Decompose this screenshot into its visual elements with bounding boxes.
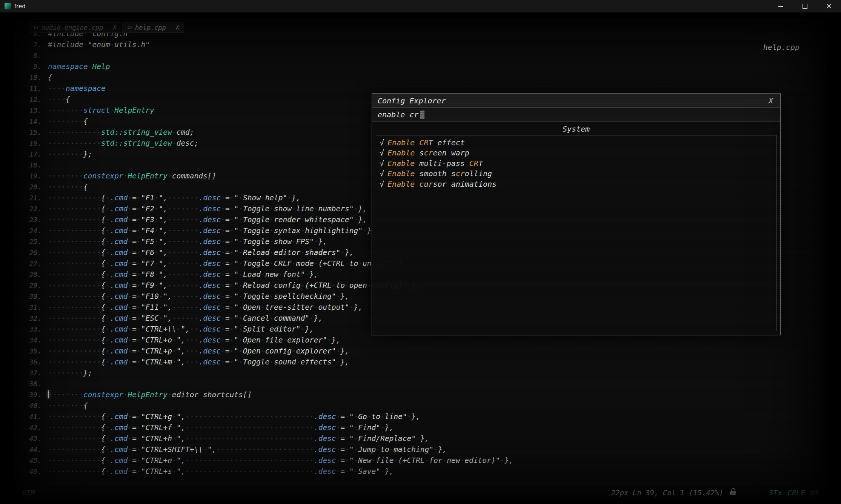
statusbar-flags: STx CRLF WS: [769, 489, 819, 497]
line-number: 9.: [14, 61, 48, 72]
line-number: 41.: [14, 411, 48, 422]
line-number: 16.: [14, 138, 48, 149]
line-number: 15.: [14, 127, 48, 138]
code-line: 38.: [14, 378, 827, 389]
config-option[interactable]: √Enable screen warp: [380, 148, 773, 158]
line-number: 30.: [14, 291, 48, 302]
config-option[interactable]: √Enable multi-pass CRT: [380, 158, 773, 169]
code-line: 11.····namespace: [14, 83, 827, 94]
line-number: 22.: [14, 203, 48, 214]
code-line: 39.········constexpr·HelpEntry·editor_sh…: [14, 389, 827, 400]
code-line: 46.············{·.cmd·=·"CTRL+s·",······…: [14, 466, 827, 477]
app-window: fred × C+audio-engine.cpp XC+help.cpp X …: [0, 0, 841, 504]
config-option[interactable]: √Enable CRT effect: [380, 137, 773, 148]
tab-label: audio-engine.cpp: [41, 24, 107, 31]
code-line: 44.············{·.cmd·=·"CTRL+SHIFT+\\·"…: [14, 444, 827, 455]
checkbox-checked-icon: √: [380, 159, 384, 168]
tab-close-button[interactable]: X: [113, 24, 116, 31]
tab-bar: C+audio-engine.cpp XC+help.cpp X: [29, 22, 184, 33]
search-input-value: enable cr: [378, 110, 418, 119]
code-line: 41.············{·.cmd·=·"CTRL+g·",······…: [14, 411, 827, 422]
code-line: 9.namespace·Help: [14, 61, 827, 72]
tab-help.cpp[interactable]: C+help.cpp X: [122, 22, 184, 33]
window-title: fred: [14, 3, 26, 10]
config-option[interactable]: √Enable cursor animations: [380, 179, 773, 189]
line-number: 13.: [14, 105, 48, 116]
statusbar: VIM 22px Ln 39, Col 1 (15.42%) STx CRLF …: [14, 487, 827, 499]
line-number: 42.: [14, 422, 48, 433]
line-number: 20.: [14, 181, 48, 192]
line-number: 36.: [14, 356, 48, 367]
line-number: 8.: [14, 50, 48, 61]
line-number: 27.: [14, 258, 48, 269]
checkbox-checked-icon: √: [380, 180, 384, 189]
window-controls: ×: [769, 0, 841, 12]
statusbar-right: 22px Ln 39, Col 1 (15.42%) STx CRLF WS: [611, 489, 819, 497]
line-number: 12.: [14, 94, 48, 105]
line-number: 39.: [14, 389, 48, 400]
search-cursor: [420, 111, 424, 119]
code-line: 36.············{·.cmd·=·"CTRL+m·",···.de…: [14, 356, 827, 367]
line-number: 31.: [14, 302, 48, 313]
line-number: 19.: [14, 171, 48, 181]
popup-titlebar[interactable]: Config Explorer X: [372, 94, 780, 108]
code-line: 10.{: [14, 72, 827, 83]
line-number: 23.: [14, 214, 48, 225]
code-line: 35.············{·.cmd·=·"CTRL+p·",···.de…: [14, 346, 827, 356]
code-line: 40.········{: [14, 400, 827, 411]
line-number: 34.: [14, 335, 48, 346]
line-number: 17.: [14, 149, 48, 160]
lock-icon: [730, 491, 736, 495]
code-line: 43.············{·.cmd·=·"CTRL+h·",······…: [14, 433, 827, 444]
app-icon: [5, 3, 11, 9]
config-option[interactable]: √Enable smooth scrolling: [380, 169, 773, 179]
line-number: 44.: [14, 444, 48, 455]
tab-label: help.cpp: [135, 24, 170, 31]
checkbox-checked-icon: √: [380, 169, 384, 178]
maximize-icon: [803, 4, 807, 9]
line-number: 33.: [14, 324, 48, 335]
cursor-position: 22px Ln 39, Col 1 (15.42%): [611, 489, 723, 497]
crt-editor-screen: C+audio-engine.cpp XC+help.cpp X help.cp…: [14, 18, 827, 499]
checkbox-checked-icon: √: [380, 148, 384, 157]
filename-overlay: help.cpp: [763, 43, 799, 52]
tab-close-button[interactable]: X: [176, 24, 179, 31]
line-number: 32.: [14, 313, 48, 324]
line-number: 37.: [14, 367, 48, 378]
cpp-file-icon: C+: [34, 25, 38, 30]
code-line: 42.············{·.cmd·=·"CTRL+f·",······…: [14, 422, 827, 433]
minimize-icon: [778, 6, 783, 7]
crlf-flag: CRLF: [787, 489, 805, 497]
line-number: 26.: [14, 247, 48, 258]
syntax-flag: STx: [769, 489, 782, 497]
titlebar: fred ×: [0, 0, 841, 12]
close-button[interactable]: ×: [817, 0, 841, 12]
tab-audio-engine.cpp[interactable]: C+audio-engine.cpp X: [29, 22, 121, 33]
line-number: 46.: [14, 466, 48, 477]
line-number: 7.: [14, 39, 48, 50]
line-number: 18.: [14, 160, 48, 171]
code-line: 45.············{·.cmd·=·"CTRL+n·",······…: [14, 455, 827, 466]
config-section-header: System: [372, 122, 780, 135]
line-number: 35.: [14, 346, 48, 356]
code-line: 8.: [14, 50, 827, 61]
line-number: 24.: [14, 225, 48, 236]
whitespace-flag: WS: [810, 489, 819, 497]
minimize-button[interactable]: [769, 0, 793, 12]
maximize-button[interactable]: [793, 0, 817, 12]
line-number: 25.: [14, 236, 48, 247]
line-number: 11.: [14, 83, 48, 94]
line-number: 14.: [14, 116, 48, 127]
line-number: 21.: [14, 192, 48, 203]
line-number: 45.: [14, 455, 48, 466]
code-line: 37.········};: [14, 367, 827, 378]
line-number: 40.: [14, 400, 48, 411]
config-explorer-popup: Config Explorer X enable cr System √Enab…: [372, 93, 781, 335]
config-search-input[interactable]: enable cr: [372, 108, 780, 122]
popup-title: Config Explorer: [378, 96, 446, 105]
line-number: 43.: [14, 433, 48, 444]
mode-indicator: VIM: [22, 489, 35, 497]
code-line: 34.············{·.cmd·=·"CTRL+o·",···.de…: [14, 335, 827, 346]
config-options-list: √Enable CRT effect√Enable screen warp√En…: [376, 135, 776, 331]
popup-close-button[interactable]: X: [767, 96, 775, 105]
